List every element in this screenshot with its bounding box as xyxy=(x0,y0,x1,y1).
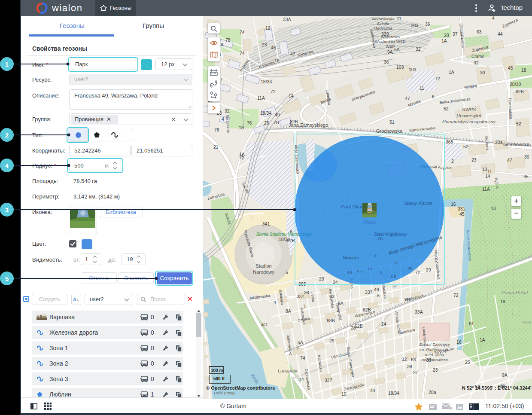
svg-text:8: 8 xyxy=(290,229,292,234)
svg-text:76: 76 xyxy=(247,120,252,125)
svg-text:1: 1 xyxy=(304,304,306,309)
svg-text:4: 4 xyxy=(222,116,224,122)
svg-text:32: 32 xyxy=(474,60,479,65)
svg-text:18: 18 xyxy=(239,125,244,130)
svg-text:14: 14 xyxy=(289,93,294,98)
svg-text:62B: 62B xyxy=(516,89,524,94)
svg-text:2: 2 xyxy=(374,253,377,257)
svg-text:Grochowska: Grochowska xyxy=(503,142,530,147)
svg-text:Praga-Połud: Praga-Połud xyxy=(502,290,528,295)
svg-text:13: 13 xyxy=(491,206,496,211)
svg-text:37: 37 xyxy=(453,31,458,37)
svg-text:103: 103 xyxy=(396,64,404,70)
svg-text:28: 28 xyxy=(444,33,449,38)
svg-text:Grochowska: Grochowska xyxy=(376,128,403,134)
svg-text:im. Profesora dr.: im. Profesora dr. xyxy=(420,347,450,352)
svg-text:36: 36 xyxy=(304,290,309,295)
svg-text:80: 80 xyxy=(426,357,432,363)
svg-text:13: 13 xyxy=(394,261,398,265)
svg-text:6: 6 xyxy=(432,94,435,99)
svg-text:5A: 5A xyxy=(298,340,303,345)
svg-text:36: 36 xyxy=(384,59,389,64)
svg-text:1A: 1A xyxy=(441,38,447,43)
svg-text:13: 13 xyxy=(482,167,487,172)
svg-text:21: 21 xyxy=(213,144,219,150)
svg-text:Szpital Dziecięcy: Szpital Dziecięcy xyxy=(419,342,450,347)
svg-text:16: 16 xyxy=(451,201,456,207)
svg-text:63: 63 xyxy=(477,29,482,34)
svg-text:5: 5 xyxy=(286,270,288,275)
svg-text:Bogdanowicza: Bogdanowicza xyxy=(421,357,448,362)
svg-text:72: 72 xyxy=(435,76,440,81)
svg-text:62B: 62B xyxy=(287,238,295,243)
svg-text:Szkoła: Szkoła xyxy=(377,21,389,26)
svg-text:Uniwersytet: Uniwersytet xyxy=(456,113,481,118)
svg-text:med. Jana: med. Jana xyxy=(425,352,444,357)
svg-text:32: 32 xyxy=(416,46,421,52)
svg-text:Warszawska: Warszawska xyxy=(371,16,395,21)
svg-text:Humanistycznospołeczny: Humanistycznospołeczny xyxy=(442,119,496,124)
svg-text:62B: 62B xyxy=(355,323,363,329)
svg-text:52: 52 xyxy=(516,121,521,126)
svg-text:29: 29 xyxy=(426,267,431,272)
svg-text:36: 36 xyxy=(425,21,430,27)
svg-text:5A: 5A xyxy=(394,47,400,52)
svg-text:24: 24 xyxy=(381,321,386,327)
svg-text:23: 23 xyxy=(471,157,477,162)
svg-text:337: 337 xyxy=(325,378,332,383)
svg-text:4 6: 4 6 xyxy=(347,270,353,275)
svg-text:28/30: 28/30 xyxy=(510,82,521,87)
svg-text:78: 78 xyxy=(225,37,231,43)
svg-text:61: 61 xyxy=(469,321,474,326)
svg-text:1A: 1A xyxy=(480,337,485,342)
svg-text:1A: 1A xyxy=(449,70,454,75)
svg-text:25: 25 xyxy=(465,360,470,365)
svg-text:Misianka: Misianka xyxy=(343,255,359,260)
svg-text:47: 47 xyxy=(507,158,512,163)
svg-text:Stadion: Stadion xyxy=(255,263,271,269)
svg-text:20a: 20a xyxy=(495,140,503,145)
svg-text:Cramo: Cramo xyxy=(471,54,484,59)
svg-text:18/34: 18/34 xyxy=(388,391,399,396)
svg-text:Medyczna: Medyczna xyxy=(374,26,392,31)
svg-text:63: 63 xyxy=(411,357,416,362)
svg-text:62B: 62B xyxy=(290,119,298,124)
svg-text:33A: 33A xyxy=(283,17,291,22)
svg-text:10: 10 xyxy=(368,267,372,271)
svg-text:45: 45 xyxy=(459,211,465,217)
svg-text:Парк: Парк xyxy=(364,219,377,225)
svg-text:365: 365 xyxy=(298,281,306,287)
svg-text:9A: 9A xyxy=(502,372,508,378)
svg-text:ROD: ROD xyxy=(523,320,532,324)
svg-text:Stawy Kacze: Stawy Kacze xyxy=(404,201,432,206)
svg-text:47: 47 xyxy=(405,96,410,101)
svg-text:23: 23 xyxy=(262,42,267,47)
svg-text:12: 12 xyxy=(402,357,407,362)
svg-text:2: 2 xyxy=(451,159,454,164)
svg-text:52: 52 xyxy=(463,144,468,149)
svg-text:12: 12 xyxy=(265,25,271,31)
svg-text:20a: 20a xyxy=(429,390,436,395)
svg-text:10: 10 xyxy=(341,391,347,397)
svg-text:37: 37 xyxy=(413,370,418,375)
svg-text:32: 32 xyxy=(225,108,230,113)
svg-text:407: 407 xyxy=(261,323,268,327)
svg-text:44: 44 xyxy=(498,31,503,37)
svg-text:39: 39 xyxy=(407,364,412,369)
svg-text:WSP: WSP xyxy=(386,44,395,49)
svg-text:18: 18 xyxy=(500,299,505,304)
svg-text:72: 72 xyxy=(453,293,459,298)
svg-text:95: 95 xyxy=(523,174,529,179)
svg-text:339: 339 xyxy=(381,31,389,37)
svg-text:7B: 7B xyxy=(404,297,410,302)
svg-text:14: 14 xyxy=(299,377,304,382)
svg-text:25: 25 xyxy=(264,120,269,125)
svg-text:74: 74 xyxy=(240,51,245,56)
svg-text:74: 74 xyxy=(240,30,245,35)
svg-text:Lunapark: Lunapark xyxy=(278,368,298,373)
svg-text:33A: 33A xyxy=(415,309,423,314)
svg-text:20a: 20a xyxy=(411,23,419,28)
svg-text:11: 11 xyxy=(420,85,424,91)
svg-text:11A: 11A xyxy=(257,95,265,101)
svg-text:3: 3 xyxy=(240,153,243,158)
